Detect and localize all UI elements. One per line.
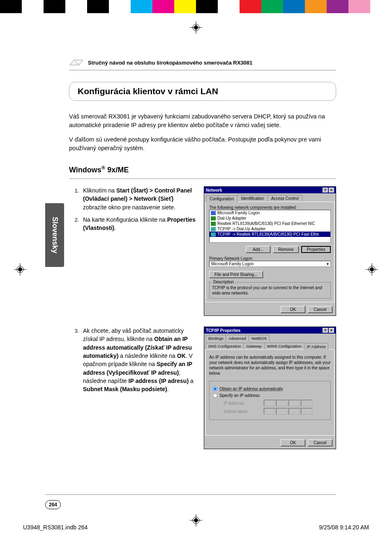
registration-mark-icon bbox=[366, 263, 378, 276]
tab-ip-address[interactable]: IP Address bbox=[304, 343, 329, 350]
radio-specify[interactable]: Specify an IP address: bbox=[213, 393, 327, 398]
ok-button[interactable]: OK bbox=[281, 306, 305, 313]
subhead-text: 9x/ME bbox=[105, 166, 129, 174]
client-icon bbox=[211, 211, 216, 215]
tab-wins[interactable]: WINS Configuration bbox=[264, 343, 304, 349]
page-header: Stručný návod na obsluhu širokopásmového… bbox=[69, 58, 336, 70]
subnet-mask-input[interactable] bbox=[264, 408, 312, 415]
intro-paragraph: Váš smerovač RX3081 je vybavený funkciam… bbox=[69, 112, 336, 130]
protocol-icon bbox=[211, 227, 216, 231]
tab-advanced[interactable]: Advanced bbox=[226, 335, 249, 341]
add-button[interactable]: Add... bbox=[246, 246, 270, 253]
protocol-icon bbox=[211, 232, 216, 237]
print-color-bar bbox=[0, 0, 392, 13]
ip-address-input[interactable] bbox=[264, 400, 312, 406]
groupbox-title: Description bbox=[212, 280, 235, 284]
page-number: 264 bbox=[45, 500, 61, 509]
file-print-sharing-button[interactable]: File and Print Sharing... bbox=[209, 271, 263, 278]
titlebar-buttons: ?× bbox=[323, 188, 334, 192]
tab-dns[interactable]: DNS Configuration bbox=[205, 343, 244, 349]
step-item: Na karte Konfigurácia kliknite na Proper… bbox=[81, 216, 196, 232]
cancel-button[interactable]: Cancel bbox=[308, 439, 332, 446]
tab-access-control[interactable]: Access Control bbox=[267, 195, 302, 202]
os-subheading: Windows® 9x/ME bbox=[69, 165, 336, 179]
help-icon[interactable]: ? bbox=[323, 328, 328, 333]
tab-bindings[interactable]: Bindings bbox=[205, 335, 226, 341]
language-tab: Slovensky bbox=[45, 203, 64, 267]
tab-identification[interactable]: Identification bbox=[237, 195, 267, 202]
components-listbox[interactable]: Microsoft Family Logon Dial-Up Adapter R… bbox=[209, 210, 331, 243]
print-footer: U3948_RS3081.indb 264 9/25/08 9:14:20 AM bbox=[23, 524, 369, 531]
description-text: TCP/IP is the protocol you use to connec… bbox=[212, 285, 328, 296]
ip-note: An IP address can be automatically assig… bbox=[209, 353, 331, 378]
close-icon[interactable]: × bbox=[329, 328, 334, 333]
registered-icon: ® bbox=[101, 165, 105, 171]
label-primary-logon: Primary Network Logon: bbox=[209, 256, 331, 261]
radio-obtain-auto[interactable]: Obtain an IP address automatically bbox=[213, 387, 327, 391]
adapter-icon bbox=[211, 216, 216, 220]
step-item: Ak chcete, aby váš počítač automaticky z… bbox=[81, 327, 196, 393]
registration-mark-icon bbox=[14, 263, 26, 276]
registration-mark-icon bbox=[190, 21, 202, 34]
properties-button[interactable]: Properties bbox=[301, 246, 331, 253]
step-list: Ak chcete, aby váš počítač automaticky z… bbox=[69, 327, 196, 449]
dialog-title: Network bbox=[206, 188, 222, 192]
step-list: Kliknutím na Start (Štart) > Control Pan… bbox=[69, 186, 196, 316]
footer-filename: U3948_RS3081.indb 264 bbox=[23, 524, 88, 531]
dialog-title: TCP/IP Properties bbox=[206, 328, 240, 333]
subnet-mask-row: Subnet Mask: bbox=[224, 408, 327, 415]
radio-input[interactable] bbox=[213, 393, 217, 398]
close-icon[interactable]: × bbox=[329, 188, 334, 192]
adapter-icon bbox=[211, 222, 216, 226]
section-title: Konfigurácia klientov v rámci LAN bbox=[69, 82, 336, 101]
tab-netbios[interactable]: NetBIOS bbox=[249, 335, 270, 341]
screenshot-tcpip-dialog: TCP/IP Properties ?× Bindings Advanced N… bbox=[204, 327, 336, 449]
intro-paragraph: V ďalšom sú uvedené postupy konfigurácie… bbox=[69, 135, 336, 153]
primary-logon-select[interactable]: Microsoft Family Logon▾ bbox=[209, 261, 331, 267]
intro-block: Váš smerovač RX3081 je vybavený funkciam… bbox=[69, 112, 336, 153]
label-components: The following network components are ins… bbox=[209, 205, 331, 210]
svg-line-17 bbox=[74, 60, 79, 65]
subhead-text: Windows bbox=[69, 166, 101, 174]
footer-rule bbox=[45, 494, 336, 495]
tab-configuration[interactable]: Configuration bbox=[206, 195, 238, 202]
step-item: Kliknutím na Start (Štart) > Control Pan… bbox=[81, 186, 196, 211]
help-icon[interactable]: ? bbox=[323, 188, 328, 192]
remove-button[interactable]: Remove bbox=[273, 246, 299, 253]
radio-input[interactable] bbox=[213, 387, 217, 391]
tab-gateway[interactable]: Gateway bbox=[243, 343, 265, 349]
titlebar-buttons: ?× bbox=[323, 328, 334, 333]
screenshot-network-dialog: Network ?× Configuration Identification … bbox=[204, 186, 336, 316]
footer-timestamp: 9/25/08 9:14:20 AM bbox=[319, 524, 369, 531]
page-content: Stručný návod na obsluhu širokopásmového… bbox=[69, 58, 336, 460]
router-logo-icon bbox=[69, 58, 84, 67]
chevron-down-icon: ▾ bbox=[327, 262, 329, 266]
cancel-button[interactable]: Cancel bbox=[308, 306, 332, 313]
header-title: Stručný návod na obsluhu širokopásmového… bbox=[88, 60, 252, 66]
ip-address-row: IP Address: bbox=[224, 400, 327, 406]
ok-button[interactable]: OK bbox=[281, 439, 305, 446]
